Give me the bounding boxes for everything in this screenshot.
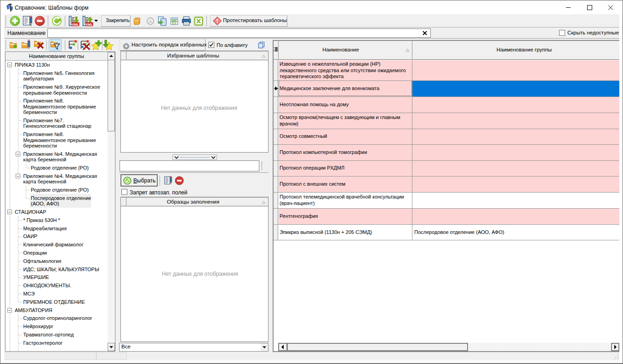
svg-text:A: A: [149, 19, 152, 24]
svg-text:XML: XML: [72, 23, 79, 27]
svg-text:XML: XML: [86, 23, 93, 27]
